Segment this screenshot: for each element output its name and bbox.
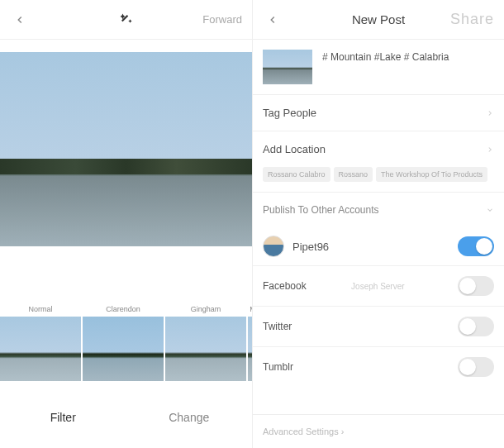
advanced-settings-row[interactable]: Advanced Settings › xyxy=(253,414,504,448)
caption-row: # Mountain #Lake # Calabria xyxy=(253,40,504,94)
filter-label: Clarendon xyxy=(83,300,164,317)
twitter-toggle[interactable] xyxy=(458,317,494,336)
primary-account-row: Pipet96 xyxy=(253,227,504,265)
social-row-twitter: Twitter xyxy=(253,306,504,346)
edit-tabs: Filter Change xyxy=(0,398,252,437)
forward-button[interactable]: Forward xyxy=(202,13,242,26)
filter-label: Normal xyxy=(0,300,81,317)
social-label: Twitter xyxy=(263,321,292,332)
new-post-panel: New Post Share # Mountain #Lake # Calabr… xyxy=(252,0,504,448)
tag-people-label: Tag People xyxy=(263,107,316,119)
tag-people-row[interactable]: Tag People xyxy=(253,94,504,131)
filter-item-gingham[interactable]: Gingham xyxy=(165,300,246,381)
add-location-row[interactable]: Add Location xyxy=(253,131,504,167)
tumblr-toggle[interactable] xyxy=(458,357,494,377)
add-location-label: Add Location xyxy=(263,143,326,155)
share-button[interactable]: Share xyxy=(450,11,494,28)
location-suggestions: Rossano Calabro Rossano The Workshop Of … xyxy=(253,167,504,192)
tab-filter[interactable]: Filter xyxy=(0,411,126,424)
preview-image[interactable] xyxy=(0,52,252,246)
chevron-right-icon: › xyxy=(341,427,345,436)
filter-strip[interactable]: Normal Clarendon Gingham M xyxy=(0,300,252,381)
chevron-left-icon xyxy=(267,14,278,26)
social-label: Tumblr xyxy=(263,361,293,373)
location-chip[interactable]: Rossano xyxy=(334,167,373,182)
location-chip[interactable]: The Workshop Of Tio Products xyxy=(376,167,487,182)
social-label: Facebook xyxy=(263,280,307,292)
chevron-left-icon xyxy=(14,14,26,26)
filter-label: Gingham xyxy=(165,300,246,317)
social-sub-label: Joseph Server xyxy=(351,282,404,291)
lake-scene xyxy=(0,52,252,246)
facebook-toggle[interactable] xyxy=(458,276,494,296)
social-row-facebook: Facebook Joseph Server xyxy=(253,265,504,306)
avatar xyxy=(263,236,284,257)
filter-thumb xyxy=(83,317,164,381)
location-chip[interactable]: Rossano Calabro xyxy=(263,167,330,182)
page-title: New Post xyxy=(352,12,405,26)
publish-section-label: Publish To Other Accounts xyxy=(263,204,379,216)
advanced-label: Advanced Settings xyxy=(263,427,339,436)
tab-change[interactable]: Change xyxy=(126,411,253,424)
back-button[interactable] xyxy=(263,10,283,30)
left-header: Forward xyxy=(0,0,252,40)
filter-thumb xyxy=(165,317,246,381)
account-toggle[interactable] xyxy=(458,236,494,256)
filter-thumb xyxy=(0,317,81,381)
social-row-tumblr: Tumblr xyxy=(253,346,504,387)
chevron-down-icon xyxy=(486,206,494,214)
filter-item-clarendon[interactable]: Clarendon xyxy=(83,300,164,381)
filter-thumb xyxy=(248,317,252,381)
edit-panel: Forward Normal Clarendon Gingham M Filte… xyxy=(0,0,252,448)
caption-input[interactable]: # Mountain #Lake # Calabria xyxy=(322,50,449,63)
publish-section-header[interactable]: Publish To Other Accounts xyxy=(253,192,504,227)
post-thumbnail[interactable] xyxy=(263,50,312,84)
chevron-right-icon xyxy=(486,109,494,117)
back-button[interactable] xyxy=(10,10,30,30)
chevron-right-icon xyxy=(486,145,494,154)
username-label: Pipet96 xyxy=(292,241,329,253)
magic-wand-button[interactable] xyxy=(116,10,136,30)
magic-wand-icon xyxy=(119,12,134,27)
filter-item-normal[interactable]: Normal xyxy=(0,300,81,381)
right-header: New Post Share xyxy=(253,0,504,40)
